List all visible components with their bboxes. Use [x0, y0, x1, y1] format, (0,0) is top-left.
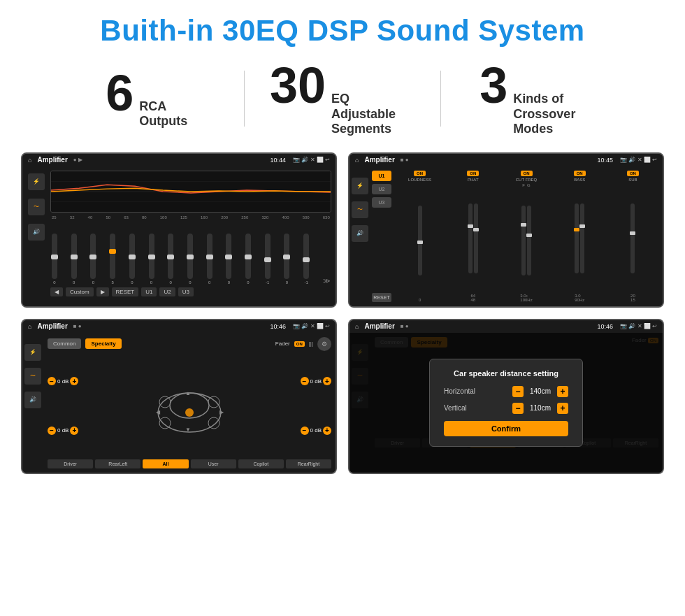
slider-col-3: 5	[110, 234, 115, 285]
reset-btn-2[interactable]: RESET	[372, 293, 391, 302]
screen3-left: ⚡ 〜 🔊	[22, 333, 43, 473]
db-ctrl-bot-left: − 0 dB +	[48, 427, 78, 435]
tab-specialty-btn[interactable]: Specialty	[85, 338, 121, 349]
speaker-icon-btn[interactable]: 🔊	[28, 224, 45, 241]
status-icons-4: 📷 🔊 ✕ ⬜ ↩	[620, 323, 657, 329]
db-ctrl-bot-right: − 0 dB +	[301, 427, 331, 435]
screen2-left: ⚡ 〜 🔊	[349, 166, 370, 306]
stat-label-rca: RCAOutputs	[139, 99, 187, 129]
vertical-plus-btn[interactable]: +	[557, 403, 568, 414]
slider-col-1: 0	[71, 234, 77, 285]
slider-col-6: 0	[168, 234, 173, 285]
u1-btn[interactable]: U1	[141, 287, 157, 296]
tab-common-btn[interactable]: Common	[48, 338, 81, 349]
vertical-minus-btn[interactable]: −	[512, 403, 524, 414]
db-plus-tl[interactable]: +	[70, 377, 78, 385]
fader-sliders-icon: |||	[309, 341, 313, 347]
u3-btn[interactable]: U3	[178, 287, 194, 296]
slider-col-0: 0	[52, 234, 57, 285]
stat-rca: 6 RCAOutputs	[49, 68, 244, 129]
confirm-button[interactable]: Confirm	[444, 421, 568, 436]
db-value-bl: 0 dB	[57, 427, 68, 434]
home-icon-1[interactable]: ⌂	[28, 157, 31, 164]
rearleft-btn[interactable]: RearLeft	[95, 459, 140, 468]
stat-eq: 30 EQ AdjustableSegments	[245, 60, 440, 137]
car-svg-container: ▲ ▼ ◀ ▶	[81, 357, 297, 455]
db-plus-tr[interactable]: +	[323, 377, 331, 385]
top-controls: Common Specialty Fader ON ||| ⚙	[48, 337, 331, 351]
user-btn[interactable]: User	[191, 459, 236, 468]
expand-icon[interactable]: ≫	[323, 277, 330, 285]
home-icon-2[interactable]: ⌂	[355, 157, 359, 164]
time-4: 10:46	[598, 323, 614, 330]
wave-icon-btn[interactable]: 〜	[28, 199, 45, 215]
time-1: 10:44	[271, 157, 287, 164]
channel-sub: ON SUB 2015	[607, 171, 658, 302]
rearright-btn[interactable]: RearRight	[286, 459, 331, 468]
sub-toggle[interactable]: ON	[627, 171, 639, 176]
slider-col-7: 0	[187, 234, 193, 285]
loudness-name: LOUDNESS	[408, 178, 431, 182]
u2-preset-btn[interactable]: U2	[372, 184, 391, 194]
settings-circle-icon[interactable]: ⚙	[317, 337, 331, 351]
eq-sliders: 0 0 0 5	[50, 222, 331, 285]
screen-specialty: ⌂ Amplifier ■ ● 10:46 📷 🔊 ✕ ⬜ ↩ ⚡ 〜 🔊 Co…	[21, 319, 337, 474]
db-plus-bl[interactable]: +	[70, 427, 78, 435]
slider-col-2: 0	[90, 234, 96, 285]
db-value-br: 0 dB	[310, 427, 322, 434]
eq-icon-btn-3[interactable]: ⚡	[24, 344, 41, 361]
slider-col-10: 0	[245, 234, 251, 285]
app-name-4: Amplifier	[364, 322, 394, 330]
reset-btn-1[interactable]: RESET	[112, 287, 139, 296]
eq-icon-btn[interactable]: ⚡	[28, 173, 45, 190]
db-minus-tl[interactable]: −	[48, 377, 56, 385]
slider-col-8: 0	[207, 234, 212, 285]
horizontal-plus-btn[interactable]: +	[557, 386, 568, 397]
svg-text:◀: ◀	[156, 409, 161, 415]
channels-area: ON LOUDNESS 0 ON PHAT	[394, 171, 658, 302]
wave-icon-btn-2[interactable]: 〜	[352, 201, 368, 218]
horizontal-label: Horizontal	[444, 387, 475, 395]
driver-btn[interactable]: Driver	[48, 459, 93, 468]
play-prev-btn[interactable]: ◀	[50, 287, 63, 296]
right-db-controls: − 0 dB + − 0 dB +	[301, 357, 331, 455]
db-ctrl-top-left: − 0 dB +	[48, 377, 78, 385]
play-next-btn[interactable]: ▶	[96, 287, 109, 296]
cutfreq-toggle[interactable]: ON	[521, 171, 533, 176]
eq-area: 25324050 6380100125 160200250320 4005006…	[50, 171, 331, 302]
home-icon-3[interactable]: ⌂	[28, 323, 31, 330]
speaker-icon-btn-2[interactable]: 🔊	[352, 225, 368, 242]
sub-name: SUB	[628, 178, 637, 182]
db-minus-bl[interactable]: −	[48, 427, 56, 435]
db-minus-tr[interactable]: −	[301, 377, 309, 385]
loudness-toggle[interactable]: ON	[414, 171, 426, 176]
svg-point-9	[159, 417, 171, 429]
slider-col-5: 0	[149, 234, 154, 285]
fader-on[interactable]: ON	[294, 341, 305, 347]
horizontal-minus-btn[interactable]: −	[512, 386, 524, 397]
dialog-box: Car speaker distance setting Horizontal …	[429, 359, 583, 447]
horizontal-ctrl: − 140cm +	[512, 386, 568, 397]
car-diagram-svg: ▲ ▼ ◀ ▶	[147, 374, 231, 437]
speaker-icon-btn-3[interactable]: 🔊	[24, 392, 41, 408]
slider-col-4: 0	[129, 234, 135, 285]
u3-preset-btn[interactable]: U3	[372, 197, 391, 208]
phat-toggle[interactable]: ON	[467, 171, 479, 176]
u2-btn[interactable]: U2	[159, 287, 175, 296]
home-icon-4[interactable]: ⌂	[355, 323, 359, 330]
bass-toggle[interactable]: ON	[574, 171, 586, 176]
all-btn[interactable]: All	[143, 459, 188, 468]
dots-1: ● ▶	[73, 157, 82, 163]
page-container: Buith-in 30EQ DSP Sound System 6 RCAOutp…	[0, 0, 685, 488]
cutfreq-name: CUT FREQ	[516, 178, 538, 182]
u1-preset-btn[interactable]: U1	[372, 171, 391, 181]
db-plus-br[interactable]: +	[323, 427, 331, 435]
car-diagram-area: − 0 dB + − 0 dB +	[48, 357, 331, 455]
db-minus-br[interactable]: −	[301, 427, 309, 435]
eq-icon-btn-2[interactable]: ⚡	[352, 178, 368, 194]
time-3: 10:46	[271, 323, 287, 330]
copilot-btn[interactable]: Copilot	[238, 459, 284, 468]
vertical-label: Vertical	[444, 404, 467, 412]
preset-custom-btn[interactable]: Custom	[66, 287, 94, 296]
wave-icon-btn-3[interactable]: 〜	[24, 368, 41, 385]
